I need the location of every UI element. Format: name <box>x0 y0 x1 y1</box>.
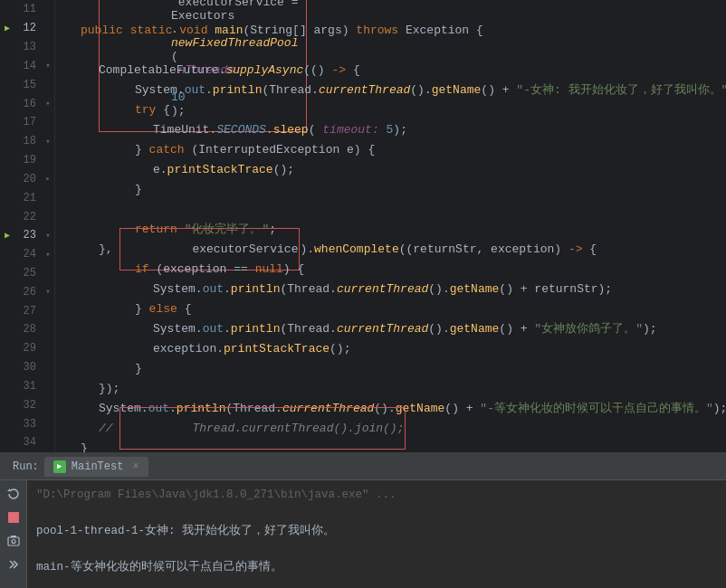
output-line-0: "D:\Program Files\Java\jdk1.8.0_271\bin\… <box>36 486 717 504</box>
line-num-13: 13 <box>14 41 42 53</box>
code-line-18: } catch ( InterruptedException e) { <box>62 139 726 159</box>
run-output: "D:\Program Files\Java\jdk1.8.0_271\bin\… <box>27 480 726 588</box>
svg-point-2 <box>12 540 15 544</box>
code-line-28: exception. printStackTrace (); <box>62 338 726 358</box>
code-line-27: System . out . println ( Thread . curren… <box>62 318 726 338</box>
run-tab[interactable]: ▶ MainTest × <box>44 457 148 477</box>
line-num-14: 14 <box>14 60 42 72</box>
code-line-25: System . out . println ( Thread . curren… <box>62 279 726 299</box>
line-num-16: 16 <box>14 98 42 110</box>
output-line-2: main-等女神化妆的时候可以干点自己的事情。 <box>36 558 717 576</box>
line-num-26: 26 <box>14 286 42 299</box>
line-num-32: 32 <box>14 399 42 412</box>
line-num-17: 17 <box>14 116 42 128</box>
code-line-19: e. printStackTrace (); <box>62 159 726 179</box>
code-line-20: } <box>62 179 726 199</box>
editor-area: 11 ▶ 12 13 14 ▾ <box>0 0 726 452</box>
run-panel: Run: ▶ MainTest × <box>0 452 726 588</box>
run-tab-icon: ▶ <box>53 460 66 473</box>
run-tab-bar: Run: ▶ MainTest × <box>0 453 726 480</box>
line-num-29: 29 <box>14 342 42 355</box>
line-num-34: 34 <box>14 436 42 449</box>
code-line-30: }); <box>62 378 726 398</box>
run-label: Run: <box>7 460 44 473</box>
run-toolbar <box>0 480 27 588</box>
line-num-25: 25 <box>14 267 42 280</box>
line-num-28: 28 <box>14 323 42 336</box>
code-content: public static void main (String[] args) … <box>55 0 726 452</box>
line-num-15: 15 <box>14 79 42 91</box>
code-line-32: // Thread.currentThread().join(); <box>62 418 726 438</box>
svg-rect-3 <box>11 536 16 537</box>
line-num-23: 23 <box>14 229 42 242</box>
code-line-23: }, executorService ). whenComplete ((ret… <box>62 239 726 259</box>
output-line-1: pool-1-thread-1-女神: 我开始化妆了，好了我叫你。 <box>36 522 717 540</box>
run-tab-label: MainTest <box>72 460 124 473</box>
code-line-13: ExecutorService executorService = Execut… <box>62 40 726 60</box>
line-num-30: 30 <box>14 361 42 374</box>
rerun-button[interactable] <box>4 484 24 504</box>
line-num-31: 31 <box>14 380 42 393</box>
line-num-19: 19 <box>14 154 42 166</box>
run-content: "D:\Program Files\Java\jdk1.8.0_271\bin\… <box>0 480 726 588</box>
svg-rect-1 <box>8 537 19 545</box>
line-num-21: 21 <box>14 192 42 204</box>
fold-16[interactable]: ▾ <box>42 99 54 109</box>
code-line-21 <box>62 199 726 219</box>
arrow-12: ▶ <box>0 23 14 33</box>
arrow-23: ▶ <box>0 230 14 241</box>
line-num-11: 11 <box>14 3 42 15</box>
fold-24[interactable]: ▾ <box>42 250 54 260</box>
svg-rect-0 <box>8 512 19 523</box>
fold-23[interactable]: ▾ <box>42 231 54 241</box>
line-num-33: 33 <box>14 418 42 431</box>
fold-18[interactable]: ▾ <box>42 137 54 147</box>
line-num-12: 12 <box>14 22 42 34</box>
scroll-to-end-button[interactable] <box>4 555 24 574</box>
screenshot-button[interactable] <box>4 531 24 551</box>
run-tab-close[interactable]: × <box>132 460 139 473</box>
stop-button[interactable] <box>4 507 24 527</box>
fold-14[interactable]: ▾ <box>42 61 54 71</box>
code-line-26: } else { <box>62 299 726 318</box>
line-num-20: 20 <box>14 173 42 185</box>
line-num-24: 24 <box>14 248 42 261</box>
fold-26[interactable]: ▾ <box>42 287 54 297</box>
line-num-27: 27 <box>14 305 42 318</box>
line-gutter: 11 ▶ 12 13 14 ▾ <box>0 0 55 452</box>
code-line-17: TimeUnit . SECONDS . sleep ( timeout: 5 … <box>62 119 726 139</box>
fold-20[interactable]: ▸ <box>42 174 54 184</box>
line-num-22: 22 <box>14 211 42 223</box>
line-num-18: 18 <box>14 135 42 147</box>
code-line-29: } <box>62 358 726 378</box>
code-line-24: if (exception == null ) { <box>62 259 726 279</box>
